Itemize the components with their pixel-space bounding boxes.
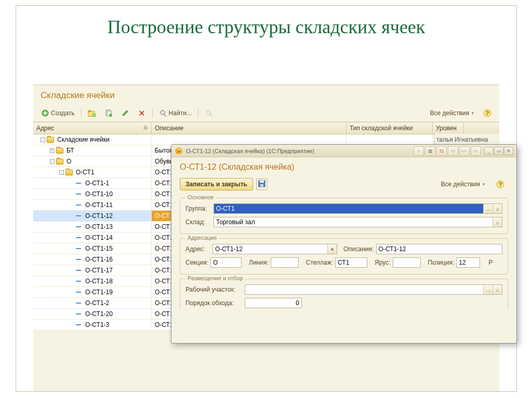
sklad-input[interactable] (214, 217, 493, 227)
dialog-all-actions-button[interactable]: Все действия ▼ (437, 179, 489, 190)
separator (152, 108, 153, 118)
expander-button[interactable]: - (49, 158, 55, 164)
search-icon: ⌕ (496, 287, 499, 293)
item-icon (76, 292, 81, 293)
save-close-button[interactable]: Записать и закрыть (180, 178, 253, 190)
sort-icon: ≞ (143, 125, 148, 132)
item-icon (76, 248, 81, 249)
help-icon: ? (483, 109, 491, 117)
folder-icon (56, 159, 63, 164)
tier-label: Ярус: (375, 259, 390, 266)
tree-label: БТ (66, 147, 74, 154)
maximize-button[interactable]: ▭ (494, 147, 503, 155)
addr-input[interactable] (213, 244, 327, 254)
tree-label: О-СТ1-14 (85, 234, 113, 241)
select-button[interactable]: ... (483, 285, 493, 294)
desc-input[interactable] (377, 244, 502, 254)
line-input[interactable] (271, 258, 298, 267)
mini-m-button[interactable]: M (448, 146, 458, 156)
pos-label: Позиция: (428, 259, 455, 266)
col-cell-type[interactable]: Тип складской ячейки (347, 122, 433, 134)
maximize-icon: ▭ (497, 148, 501, 154)
dialog-titlebar[interactable]: 1c О-СТ1-12 (Складская ячейка) (1С:Предп… (171, 145, 516, 157)
tree-label: О-СТ1-19 (85, 289, 113, 296)
close-button[interactable]: ✕ (504, 147, 513, 155)
rack-label: Стеллаж: (306, 259, 333, 266)
item-icon (76, 303, 81, 304)
legend-place: Размещение и отбор (185, 275, 245, 281)
open-button[interactable]: ⌕ (493, 204, 502, 213)
mini-fav-button[interactable]: ☆ (414, 146, 424, 156)
search-icon: ⌕ (496, 219, 499, 225)
find-button[interactable]: Найти... (155, 107, 195, 119)
all-actions-button[interactable]: Все действия ▼ (427, 107, 478, 119)
select-button[interactable]: ... (483, 204, 493, 213)
dialog-subtitle: О-СТ1-12 (Складская ячейка) (171, 157, 516, 175)
item-icon (76, 313, 81, 314)
save-button[interactable] (256, 179, 268, 190)
tree-desc (152, 134, 347, 145)
open-button[interactable]: ⌕ (493, 217, 502, 227)
svg-point-6 (109, 114, 112, 117)
mini-mplus-button[interactable]: M+ (459, 146, 470, 156)
minimize-button[interactable]: _ (484, 147, 494, 155)
tree-label: Складские ячейки (57, 136, 110, 143)
tree-label: О-СТ1-2 (85, 299, 109, 307)
section-input[interactable] (211, 258, 241, 267)
plus-icon (41, 109, 49, 117)
legend-address: Адресация (185, 235, 219, 241)
section-label: Секция: (185, 259, 208, 266)
expander-button[interactable]: - (39, 136, 46, 143)
main-toolbar: Создать Найти... Все действия ▼ ? (33, 105, 499, 122)
tree-label: О-СТ1-17 (85, 267, 113, 274)
area-input[interactable] (245, 285, 483, 294)
open-button[interactable]: ⌕ (493, 285, 502, 294)
disk-icon (258, 180, 265, 189)
edit-button[interactable] (117, 107, 133, 119)
svg-rect-15 (260, 184, 263, 187)
mini-cal-button[interactable]: 31 (436, 146, 447, 156)
dialog-help-button[interactable]: ? (493, 178, 508, 190)
rack-input[interactable] (336, 258, 367, 267)
col-address[interactable]: Адрес≞ (33, 122, 152, 134)
create-button[interactable]: Создать (37, 107, 78, 119)
item-icon (76, 183, 81, 184)
separator (81, 108, 82, 118)
area-label: Рабочий участок: (185, 286, 243, 293)
create-label: Создать (51, 109, 75, 117)
expander-button[interactable]: + (49, 147, 55, 154)
svg-text:1c: 1c (177, 149, 181, 154)
tree-label: О-СТ1 (76, 169, 95, 176)
new-folder-button[interactable] (84, 107, 100, 119)
pos-input[interactable] (457, 258, 480, 267)
chevron-down-icon: ▼ (482, 182, 486, 187)
help-icon: ? (496, 180, 504, 188)
slide-title: Построение структуры складских ячеек (16, 6, 516, 45)
dropdown-button[interactable]: ▾ (327, 244, 337, 254)
delete-button[interactable] (134, 107, 150, 119)
copy-button[interactable] (101, 107, 116, 119)
mini-mminus-button[interactable]: M- (471, 146, 481, 156)
tier-input[interactable] (393, 258, 420, 267)
mini-grid-button[interactable]: ▦ (425, 146, 435, 156)
item-icon (76, 324, 81, 325)
copy-icon (104, 109, 113, 117)
item-icon (76, 237, 81, 238)
tree-row[interactable]: -Складские ячейки (33, 134, 499, 145)
item-icon (76, 215, 81, 216)
order-input[interactable] (245, 298, 301, 308)
group-input[interactable] (214, 204, 483, 213)
all-actions-label: Все действия (430, 109, 469, 117)
svg-point-7 (161, 111, 165, 115)
item-icon (76, 204, 81, 205)
clear-search-button[interactable] (201, 107, 217, 119)
tree-label: О-СТ1-15 (85, 245, 113, 252)
expander-button[interactable]: - (58, 169, 64, 175)
group-label: Группа: (185, 205, 211, 212)
extra-label: Р (488, 259, 493, 266)
col-description[interactable]: Описание (152, 122, 347, 134)
new-folder-icon (88, 109, 96, 117)
svg-rect-2 (88, 111, 91, 112)
help-button[interactable]: ? (480, 107, 495, 119)
col-level[interactable]: Уровен (433, 122, 464, 134)
